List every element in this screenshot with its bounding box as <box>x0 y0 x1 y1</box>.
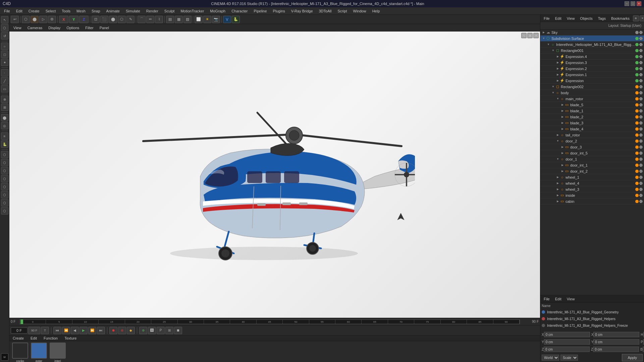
menu-item-motiontracker[interactable]: MotionTracker <box>178 8 207 14</box>
tree-arrow[interactable]: ▶ <box>556 79 560 83</box>
object-tool[interactable]: ○ <box>1 43 8 50</box>
render-dot[interactable] <box>639 109 643 113</box>
visibility-dot[interactable] <box>635 109 639 113</box>
mat-menu-edit[interactable]: Edit <box>29 336 39 341</box>
tree-arrow[interactable]: ▶ <box>556 67 560 71</box>
tree-arrow[interactable]: ▶ <box>556 181 560 185</box>
extra-tool-3[interactable]: ⬡ <box>1 167 8 174</box>
tree-item-blade5[interactable]: ▶▭blade_5 <box>540 102 644 108</box>
light-btn[interactable]: ☀ <box>203 16 211 23</box>
vp-menu-filter[interactable]: Filter <box>83 25 96 31</box>
spline-tool[interactable]: ⌒ <box>138 16 146 23</box>
record-stop-btn[interactable]: ⊗ <box>118 327 126 334</box>
snap-tool[interactable]: ⊕ <box>1 96 8 103</box>
menu-item-help[interactable]: Help <box>370 8 383 14</box>
render-dot[interactable] <box>639 43 643 46</box>
render-dot[interactable] <box>639 139 643 143</box>
render-dot[interactable] <box>639 67 643 70</box>
tree-arrow[interactable]: ▶ <box>556 73 560 77</box>
tree-item-expr4[interactable]: ▶⚡Expression.4 <box>540 54 644 60</box>
python-tool[interactable]: 🐍 <box>1 140 8 148</box>
render-dot[interactable] <box>639 182 643 185</box>
extra-tool-2[interactable]: ⬡ <box>1 159 8 166</box>
visibility-dot[interactable] <box>635 91 639 95</box>
tree-item-rect001[interactable]: ▼◻Rectangle001 <box>540 48 644 54</box>
icon-end-btn[interactable]: ⏹ <box>174 327 182 334</box>
minimize-button[interactable]: − <box>625 1 629 6</box>
visibility-dot[interactable] <box>635 103 639 107</box>
render-dot[interactable] <box>639 97 643 101</box>
tree-arrow[interactable]: ▶ <box>556 187 560 191</box>
menu-item-render[interactable]: Render <box>144 8 161 14</box>
maximize-button[interactable]: □ <box>631 1 635 6</box>
render-dot[interactable] <box>639 127 643 131</box>
mat-menu-create[interactable]: Create <box>11 336 26 341</box>
menu-item-edit[interactable]: Edit <box>13 8 25 14</box>
visibility-dot[interactable] <box>635 73 639 76</box>
paint-tool[interactable]: ✦ <box>1 59 8 66</box>
tree-item-door_int2[interactable]: ▶▭door_int_2 <box>540 168 644 174</box>
menu-item-plugins[interactable]: Plugins <box>270 8 288 14</box>
apply-button[interactable]: Apply <box>622 354 643 361</box>
tree-arrow[interactable]: ▶ <box>560 151 565 155</box>
extra-tool-8[interactable]: ⬡ <box>1 207 8 215</box>
render-dot[interactable] <box>639 37 643 40</box>
render-tool[interactable]: ⬤ <box>1 114 8 121</box>
knife-tool[interactable]: ⌇ <box>155 16 163 23</box>
z-input[interactable] <box>544 347 590 352</box>
visibility-dot[interactable] <box>635 152 639 155</box>
tree-item-sky[interactable]: ▶☁Sky <box>540 29 644 36</box>
visibility-dot[interactable] <box>635 133 639 137</box>
attr-header-file[interactable]: File <box>542 296 552 302</box>
tree-item-door3[interactable]: ▶▭door_3 <box>540 144 644 150</box>
tree-arrow[interactable]: ▼ <box>542 37 546 41</box>
menu-item-animate[interactable]: Animate <box>104 8 122 14</box>
tree-item-door1[interactable]: ▼○door_1 <box>540 156 644 162</box>
select-box-btn[interactable]: ⬛ <box>100 16 108 23</box>
render-dot[interactable] <box>639 55 643 58</box>
visibility-dot[interactable] <box>635 200 639 203</box>
visibility-dot[interactable] <box>635 67 639 70</box>
tree-item-blade4[interactable]: ▶▭blade_4 <box>540 126 644 132</box>
menu-item-tools[interactable]: Tools <box>59 8 73 14</box>
scale-dropdown[interactable]: Scale <box>560 355 578 361</box>
obj-header-view[interactable]: View <box>565 16 577 21</box>
menu-item-mesh[interactable]: Mesh <box>74 8 88 14</box>
obj-header-bookmarks[interactable]: Bookmarks <box>609 16 632 21</box>
tree-arrow[interactable]: ▶ <box>556 55 560 59</box>
select-circle-btn[interactable]: ⬤ <box>109 16 117 23</box>
menu-item-script[interactable]: Script <box>335 8 350 14</box>
render-dot[interactable] <box>639 176 643 179</box>
world-dropdown[interactable]: World <box>542 355 559 361</box>
visibility-dot[interactable] <box>635 188 639 191</box>
render-dot[interactable] <box>639 145 643 149</box>
extra-tool-1[interactable]: ⬡ <box>1 151 8 158</box>
render-dot[interactable] <box>639 133 643 137</box>
go-start-btn[interactable]: ⏮ <box>53 327 61 334</box>
obj-header-file[interactable]: File <box>542 16 552 21</box>
render-dot[interactable] <box>639 194 643 197</box>
titlebar-controls[interactable]: − □ ✕ <box>625 1 641 6</box>
tree-item-expr0[interactable]: ▶⚡Expression <box>540 78 644 84</box>
tree-arrow[interactable]: ▼ <box>551 91 555 95</box>
vp-menu-display[interactable]: Display <box>46 25 63 31</box>
tree-arrow[interactable]: ▼ <box>556 157 560 161</box>
attr-header-edit[interactable]: Edit <box>553 296 564 302</box>
timeline[interactable]: 0 F 051015202530354045505560657075808590… <box>9 318 540 325</box>
mat-menu-texture[interactable]: Texture <box>62 336 78 341</box>
tree-item-wheel3[interactable]: ▶○wheel_3 <box>540 186 644 192</box>
menu-item-3dtoall[interactable]: 3DToAll <box>316 8 334 14</box>
visibility-dot[interactable] <box>635 85 639 88</box>
menu-item-window[interactable]: Window <box>351 8 369 14</box>
b-input[interactable] <box>643 347 644 352</box>
menu-item-simulate[interactable]: Simulate <box>123 8 143 14</box>
timeline-playhead[interactable] <box>20 319 23 324</box>
menu-item-sculpt[interactable]: Sculpt <box>162 8 177 14</box>
tree-item-expr1[interactable]: ▶⚡Expression.1 <box>540 72 644 78</box>
model-tool[interactable]: ◻ <box>1 51 8 58</box>
x2-input[interactable] <box>593 332 639 337</box>
obj-header-objects[interactable]: Objects <box>578 16 594 21</box>
material-tool[interactable]: ◎ <box>1 122 8 129</box>
tree-arrow[interactable]: ▶ <box>560 163 565 167</box>
polys-tool[interactable]: ▭ <box>1 85 8 93</box>
